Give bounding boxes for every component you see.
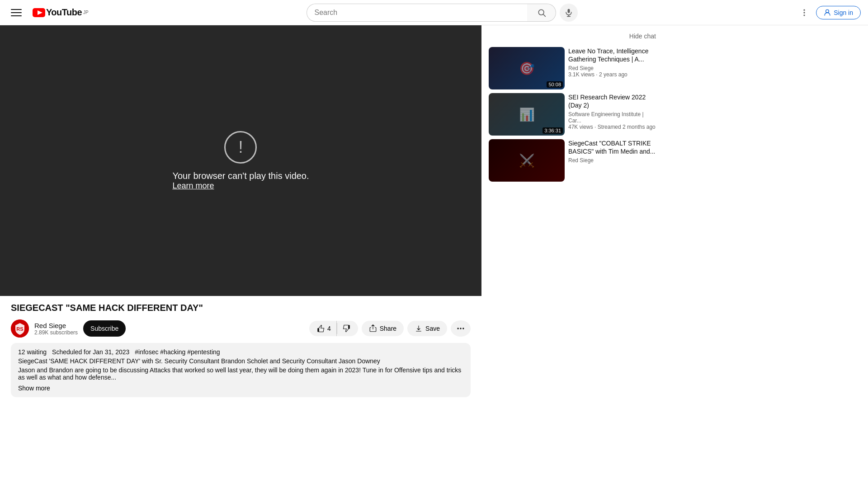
- vertical-dots-icon: [800, 8, 809, 17]
- youtube-country: JP: [83, 10, 89, 15]
- show-more-button[interactable]: Show more: [18, 385, 50, 392]
- channel-info: Red Siege 2.89K subscribers: [34, 322, 78, 336]
- svg-point-12: [804, 14, 805, 16]
- rec-title-0: Leave No Trace, Intelligence Gathering T…: [568, 47, 656, 63]
- description-box: 12 waiting Scheduled for Jan 31, 2023 #i…: [11, 343, 471, 397]
- rec-title-1: SEI Research Review 2022 (Day 2): [568, 93, 656, 109]
- mic-icon: [564, 8, 573, 17]
- sign-in-button[interactable]: Sign in: [816, 6, 861, 19]
- rec-info-2: SiegeCast "COBALT STRIKE BASICS" with Ti…: [568, 139, 656, 182]
- rec-meta-1: 47K views · Streamed 2 months ago: [568, 124, 656, 130]
- recommended-video-0[interactable]: 🎯 50:08 Leave No Trace, Intelligence Gat…: [489, 47, 656, 89]
- channel-description: SiegeCast 'SAME HACK DIFFERENT DAY' with…: [18, 357, 463, 365]
- svg-text:RS: RS: [16, 326, 23, 332]
- svg-rect-17: [348, 325, 349, 329]
- share-icon: [369, 324, 377, 333]
- rec-channel-0: Red Siege: [568, 65, 656, 71]
- rec-title-2: SiegeCast "COBALT STRIKE BASICS" with Ti…: [568, 139, 656, 155]
- action-row: 4: [309, 320, 471, 337]
- youtube-logo[interactable]: YouTubeJP: [33, 7, 89, 18]
- rec-duration-1: 3:36:31: [542, 127, 563, 134]
- rec-thumb-1: 📊 3:36:31: [489, 93, 565, 136]
- save-button[interactable]: Save: [407, 321, 447, 336]
- rec-thumb-2: ⚔️: [489, 139, 565, 182]
- thumb-icon-2: ⚔️: [519, 153, 535, 168]
- rec-channel-1: Software Engineering Institute | Car...: [568, 111, 656, 124]
- subscribe-button[interactable]: Subscribe: [83, 320, 126, 337]
- rec-channel-2: Red Siege: [568, 157, 656, 164]
- channel-row: RS Red Siege 2.89K subscribers Subscribe: [11, 319, 471, 338]
- error-message: Your browser can't play this video.: [172, 171, 309, 181]
- svg-point-13: [826, 9, 829, 13]
- svg-point-10: [804, 9, 805, 10]
- svg-rect-1: [11, 12, 22, 13]
- youtube-logo-icon: [33, 8, 45, 17]
- video-section: ! Your browser can't play this video. Le…: [0, 25, 481, 488]
- menu-button[interactable]: [7, 4, 25, 22]
- more-options-button[interactable]: [796, 5, 812, 21]
- description-tags[interactable]: #infosec #hacking #pentesting: [135, 348, 220, 356]
- error-icon: !: [224, 131, 257, 164]
- rec-info-1: SEI Research Review 2022 (Day 2) Softwar…: [568, 93, 656, 136]
- person-icon: [824, 9, 831, 16]
- save-label: Save: [425, 325, 440, 332]
- like-button[interactable]: 4: [309, 321, 337, 336]
- search-input[interactable]: [307, 4, 527, 22]
- recommendations-list: 🎯 50:08 Leave No Trace, Intelligence Gat…: [489, 47, 656, 185]
- recommended-video-2[interactable]: ⚔️ SiegeCast "COBALT STRIKE BASICS" with…: [489, 139, 656, 182]
- video-error-state: ! Your browser can't play this video. Le…: [172, 131, 309, 191]
- rec-info-0: Leave No Trace, Intelligence Gathering T…: [568, 47, 656, 89]
- thumbs-up-icon: [316, 324, 325, 333]
- svg-rect-16: [317, 328, 319, 332]
- svg-point-20: [462, 328, 464, 329]
- svg-rect-7: [568, 9, 570, 13]
- svg-line-6: [543, 14, 546, 16]
- waiting-count: 12 waiting: [18, 348, 47, 356]
- more-actions-button[interactable]: [451, 320, 471, 337]
- youtube-wordmark: YouTube: [46, 7, 82, 18]
- horizontal-dots-icon: [456, 324, 465, 333]
- video-player: ! Your browser can't play this video. Le…: [0, 25, 481, 296]
- header-right: Sign in: [796, 5, 861, 21]
- rec-thumb-0: 🎯 50:08: [489, 47, 565, 89]
- channel-avatar[interactable]: RS: [11, 319, 29, 338]
- search-icon: [537, 8, 546, 17]
- rec-duration-0: 50:08: [547, 81, 563, 88]
- share-label: Share: [380, 325, 396, 332]
- video-info: SIEGECAST "SAME HACK DIFFERENT DAY" RS R…: [0, 296, 481, 406]
- sidebar-top-bar: Hide chat: [489, 25, 656, 47]
- header-center: [307, 4, 578, 22]
- thumb-icon-1: 📊: [519, 107, 535, 122]
- search-button[interactable]: [527, 4, 556, 22]
- header-left: YouTubeJP: [7, 4, 89, 22]
- hamburger-icon: [11, 7, 22, 18]
- save-icon: [415, 324, 423, 333]
- search-box: [307, 4, 556, 22]
- svg-point-18: [458, 328, 459, 329]
- video-title: SIEGECAST "SAME HACK DIFFERENT DAY": [11, 301, 471, 314]
- learn-more-link[interactable]: Learn more: [172, 181, 214, 190]
- mic-button[interactable]: [560, 4, 578, 22]
- sidebar: Hide chat 🎯 50:08 Leave No Trace, Intell…: [481, 25, 663, 488]
- channel-subscribers: 2.89K subscribers: [34, 329, 78, 336]
- description-meta: 12 waiting Scheduled for Jan 31, 2023 #i…: [18, 348, 463, 356]
- rec-meta-0: 3.1K views · 2 years ago: [568, 71, 656, 78]
- svg-point-11: [804, 12, 805, 13]
- hide-chat-button[interactable]: Hide chat: [629, 29, 656, 43]
- svg-point-19: [460, 328, 461, 329]
- sign-in-label: Sign in: [834, 9, 853, 16]
- like-dislike-group: 4: [309, 321, 358, 336]
- svg-rect-0: [11, 9, 22, 10]
- share-button[interactable]: Share: [362, 321, 404, 336]
- svg-rect-2: [11, 15, 22, 16]
- thumb-icon-0: 🎯: [519, 61, 535, 76]
- recommended-video-1[interactable]: 📊 3:36:31 SEI Research Review 2022 (Day …: [489, 93, 656, 136]
- main-layout: ! Your browser can't play this video. Le…: [0, 25, 868, 488]
- channel-left: RS Red Siege 2.89K subscribers Subscribe: [11, 319, 126, 338]
- scheduled-date: Scheduled for Jan 31, 2023: [52, 348, 129, 356]
- thumbs-down-icon: [343, 324, 351, 333]
- dislike-button[interactable]: [337, 321, 358, 336]
- channel-avatar-icon: RS: [11, 319, 29, 338]
- description-text: Jason and Brandon are going to be discus…: [18, 366, 463, 381]
- header: YouTubeJP: [0, 0, 868, 25]
